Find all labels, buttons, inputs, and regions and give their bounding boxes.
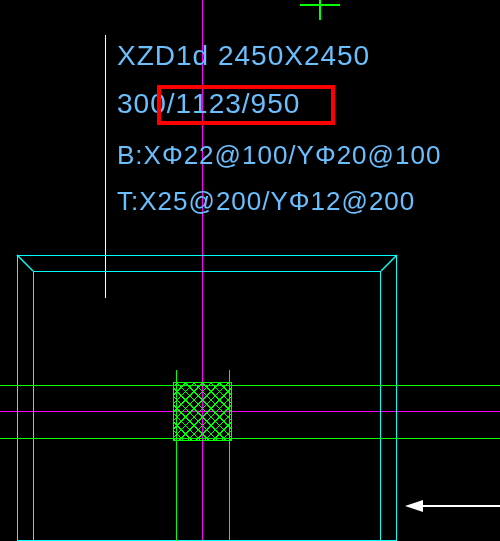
annotation-row-1: XZD1d 2450X2450 [117,40,370,72]
highlight-box [157,85,335,125]
text-part: T:X25@200/YΦ12@200 [117,186,415,216]
annotation-row-4: T:X25@200/YΦ12@200 [117,186,415,217]
annotation-row-3: B:XΦ22@100/YΦ20@100 [117,140,441,171]
dimension-arrow-head [405,500,423,512]
axis-mark-v [319,0,321,20]
column-hatch [173,382,232,441]
column-gridline-bottom [0,438,500,439]
cad-canvas[interactable]: XZD1d 2450X2450 300/1123/950 B:XΦ22@100/… [0,0,500,541]
text-part: B:XΦ22@100/YΦ20@100 [117,140,441,170]
column-gridline-right [229,370,230,541]
text-part: XZD1d 2450X2450 [117,40,370,71]
dimension-arrow-line [420,505,500,507]
column-gridline-top [0,385,500,386]
column-gridline-left [176,370,177,541]
